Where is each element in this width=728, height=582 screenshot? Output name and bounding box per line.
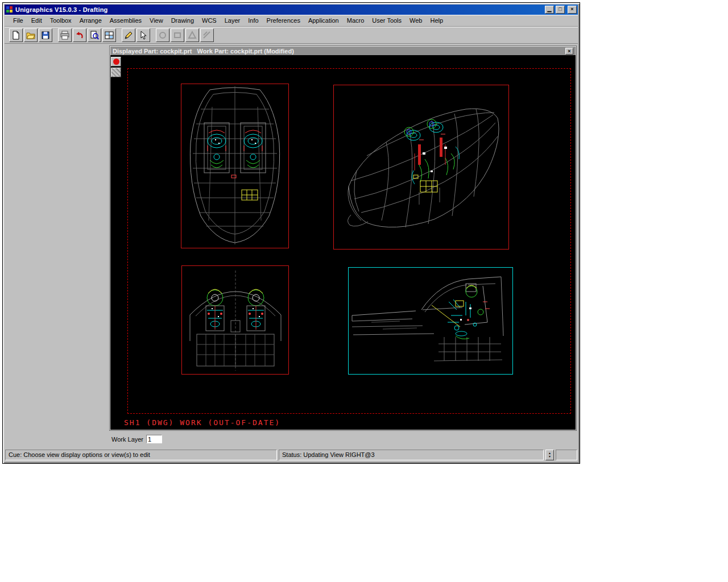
clip-toggle-button[interactable] <box>111 68 121 77</box>
window-title: Unigraphics V15.0.3 - Drafting <box>15 6 543 13</box>
print-button[interactable] <box>58 28 72 42</box>
status-panel: Status: Updating View RIGHT@3 <box>279 450 544 460</box>
tool-b-icon <box>173 31 182 40</box>
menu-assemblies[interactable]: Assemblies <box>106 15 146 26</box>
tool-c-button[interactable] <box>185 28 199 42</box>
seat-left-wireframe <box>206 289 224 331</box>
toolbar <box>5 27 578 44</box>
new-part-button[interactable] <box>9 28 23 42</box>
drawing-window-titlebar[interactable]: Displayed Part: cockpit.prt Work Part: c… <box>110 47 576 55</box>
stop-icon <box>113 59 119 65</box>
zoom-view-icon <box>90 31 99 40</box>
work-layer-label: Work Layer <box>111 436 143 443</box>
side-panel <box>5 44 109 448</box>
menu-wcs[interactable]: WCS <box>198 15 221 26</box>
plot-button[interactable] <box>122 28 135 42</box>
undo-icon <box>75 31 84 40</box>
close-button-icon[interactable]: × <box>568 6 577 14</box>
tool-c-icon <box>188 31 197 40</box>
tool-b-button[interactable] <box>171 28 184 42</box>
print-icon <box>60 31 69 40</box>
seat-left-wireframe <box>204 123 229 173</box>
view-layout-icon <box>105 31 114 40</box>
drawing-window-title: Displayed Part: cockpit.prt Work Part: c… <box>113 48 565 55</box>
spin-down-icon: ▼ <box>548 455 551 458</box>
menu-bar: File Edit Toolbox Arrange Assemblies Vie… <box>5 15 578 27</box>
save-part-button[interactable] <box>39 28 52 42</box>
open-part-icon <box>26 31 35 40</box>
plot-icon <box>124 31 133 40</box>
app-window: Unigraphics V15.0.3 - Drafting ▁ □ × Fil… <box>2 2 580 464</box>
menu-user-tools[interactable]: User Tools <box>368 15 406 26</box>
menu-layer[interactable]: Layer <box>221 15 245 26</box>
sheet-status-label: SH1 (DWG) WORK (OUT-OF-DATE) <box>124 418 280 427</box>
minimize-button-icon[interactable]: ▁ <box>545 6 554 14</box>
view-top-wireframe <box>181 84 288 248</box>
edit-view-button[interactable] <box>136 28 150 42</box>
status-scroll-button[interactable]: ▲ ▼ <box>545 450 554 460</box>
tool-a-button[interactable] <box>156 28 169 42</box>
app-icon <box>6 6 14 14</box>
stop-button[interactable] <box>111 57 121 66</box>
view-isometric[interactable] <box>333 85 509 250</box>
view-front-wireframe <box>182 266 288 374</box>
menu-info[interactable]: Info <box>244 15 262 26</box>
client-area: Displayed Part: cockpit.prt Work Part: c… <box>5 44 578 448</box>
tool-a-icon <box>158 31 167 40</box>
seat-right-wireframe <box>241 123 266 173</box>
menu-application[interactable]: Application <box>304 15 343 26</box>
view-layout-button[interactable] <box>102 28 116 42</box>
status-bar: Cue: Choose view display options or view… <box>5 448 578 462</box>
open-part-button[interactable] <box>24 28 38 42</box>
menu-web[interactable]: Web <box>406 15 426 26</box>
menu-file[interactable]: File <box>9 15 27 26</box>
tool-d-button[interactable] <box>200 28 214 42</box>
tool-d-icon <box>202 31 212 40</box>
drawing-window: Displayed Part: cockpit.prt Work Part: c… <box>109 45 577 431</box>
menu-arrange[interactable]: Arrange <box>76 15 106 26</box>
menu-edit[interactable]: Edit <box>27 15 46 26</box>
view-right-wireframe <box>349 268 512 374</box>
new-part-icon <box>11 31 20 40</box>
work-layer-row: Work Layer <box>111 434 162 444</box>
cue-panel: Cue: Choose view display options or view… <box>5 450 277 460</box>
seat-side-wireframe <box>432 284 490 339</box>
undo-button[interactable] <box>73 28 86 42</box>
edit-view-icon <box>139 31 148 40</box>
menu-macro[interactable]: Macro <box>343 15 369 26</box>
view-right[interactable] <box>348 267 513 375</box>
status-end-panel <box>556 450 577 460</box>
menu-preferences[interactable]: Preferences <box>263 15 304 26</box>
menu-toolbox[interactable]: Toolbox <box>46 15 76 26</box>
maximize-button-icon[interactable]: □ <box>556 6 565 14</box>
save-part-icon <box>41 31 50 40</box>
view-isometric-wireframe <box>334 85 508 249</box>
drawing-canvas[interactable]: SH1 (DWG) WORK (OUT-OF-DATE) <box>110 55 576 430</box>
work-layer-input[interactable] <box>146 435 162 443</box>
menu-view[interactable]: View <box>146 15 167 26</box>
view-top[interactable] <box>181 84 289 248</box>
seat-right-wireframe <box>247 289 265 331</box>
menu-help[interactable]: Help <box>426 15 447 26</box>
view-front[interactable] <box>181 265 289 375</box>
title-bar[interactable]: Unigraphics V15.0.3 - Drafting ▁ □ × <box>5 5 578 15</box>
zoom-view-button[interactable] <box>88 28 101 42</box>
menu-drawing[interactable]: Drawing <box>167 15 198 26</box>
drawing-close-button-icon[interactable]: × <box>565 48 573 55</box>
